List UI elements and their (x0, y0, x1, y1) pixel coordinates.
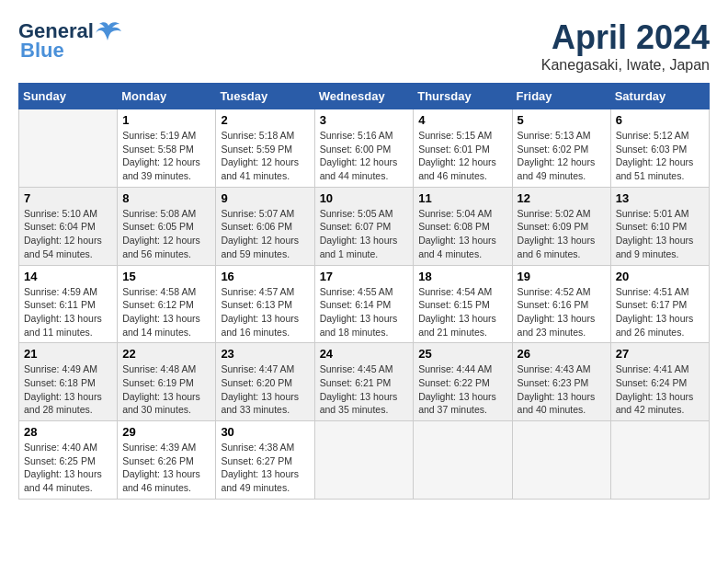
day-info: Sunrise: 4:47 AM Sunset: 6:20 PM Dayligh… (221, 362, 309, 417)
location-title: Kanegasaki, Iwate, Japan (541, 57, 710, 74)
calendar-table: Sunday Monday Tuesday Wednesday Thursday… (18, 83, 710, 500)
day-info: Sunrise: 4:40 AM Sunset: 6:25 PM Dayligh… (24, 441, 112, 495)
day-info: Sunrise: 5:02 AM Sunset: 6:09 PM Dayligh… (518, 207, 606, 261)
day-info: Sunrise: 5:08 AM Sunset: 6:05 PM Dayligh… (122, 207, 210, 261)
day-info: Sunrise: 4:48 AM Sunset: 6:19 PM Dayligh… (122, 362, 210, 417)
day-number: 27 (616, 347, 704, 361)
calendar-cell (19, 109, 118, 188)
calendar-cell: 11Sunrise: 5:04 AM Sunset: 6:08 PM Dayli… (414, 187, 512, 265)
day-info: Sunrise: 5:07 AM Sunset: 6:06 PM Dayligh… (221, 207, 309, 261)
day-info: Sunrise: 4:41 AM Sunset: 6:24 PM Dayligh… (616, 362, 704, 417)
day-info: Sunrise: 5:19 AM Sunset: 5:58 PM Dayligh… (122, 129, 210, 183)
calendar-cell (512, 421, 610, 500)
calendar-cell: 20Sunrise: 4:51 AM Sunset: 6:17 PM Dayli… (610, 265, 709, 343)
calendar-cell: 26Sunrise: 4:43 AM Sunset: 6:23 PM Dayli… (512, 343, 610, 421)
calendar-cell: 9Sunrise: 5:07 AM Sunset: 6:06 PM Daylig… (216, 187, 314, 265)
day-info: Sunrise: 5:10 AM Sunset: 6:04 PM Dayligh… (24, 207, 112, 261)
day-number: 10 (320, 191, 409, 205)
col-thursday: Thursday (414, 84, 512, 109)
day-info: Sunrise: 4:38 AM Sunset: 6:27 PM Dayligh… (221, 441, 309, 495)
calendar-cell: 29Sunrise: 4:39 AM Sunset: 6:26 PM Dayli… (118, 421, 216, 500)
calendar-cell: 17Sunrise: 4:55 AM Sunset: 6:14 PM Dayli… (314, 265, 414, 343)
day-number: 23 (221, 347, 309, 361)
logo-blue-text: Blue (20, 39, 64, 63)
calendar-cell: 8Sunrise: 5:08 AM Sunset: 6:05 PM Daylig… (118, 187, 216, 265)
calendar-cell: 22Sunrise: 4:48 AM Sunset: 6:19 PM Dayli… (118, 343, 216, 421)
day-number: 12 (518, 191, 606, 205)
day-number: 30 (221, 425, 309, 439)
day-info: Sunrise: 4:59 AM Sunset: 6:11 PM Dayligh… (24, 285, 112, 339)
title-section: April 2024 Kanegasaki, Iwate, Japan (541, 18, 710, 74)
day-info: Sunrise: 5:13 AM Sunset: 6:02 PM Dayligh… (518, 129, 606, 183)
day-number: 9 (221, 191, 309, 205)
day-info: Sunrise: 4:52 AM Sunset: 6:16 PM Dayligh… (518, 285, 606, 339)
day-info: Sunrise: 5:04 AM Sunset: 6:08 PM Dayligh… (418, 207, 506, 261)
col-wednesday: Wednesday (314, 84, 414, 109)
day-info: Sunrise: 4:45 AM Sunset: 6:21 PM Dayligh… (320, 362, 409, 417)
calendar-cell: 12Sunrise: 5:02 AM Sunset: 6:09 PM Dayli… (512, 187, 610, 265)
calendar-week-row: 7Sunrise: 5:10 AM Sunset: 6:04 PM Daylig… (19, 187, 710, 265)
calendar-cell: 6Sunrise: 5:12 AM Sunset: 6:03 PM Daylig… (610, 109, 709, 188)
col-tuesday: Tuesday (216, 84, 314, 109)
page-header: General Blue April 2024 Kanegasaki, Iwat… (18, 18, 710, 74)
month-title: April 2024 (541, 18, 710, 57)
calendar-cell: 24Sunrise: 4:45 AM Sunset: 6:21 PM Dayli… (314, 343, 414, 421)
calendar-cell (314, 421, 414, 500)
day-info: Sunrise: 4:54 AM Sunset: 6:15 PM Dayligh… (418, 285, 506, 339)
day-number: 14 (24, 270, 112, 283)
day-number: 13 (616, 191, 704, 205)
day-info: Sunrise: 5:15 AM Sunset: 6:01 PM Dayligh… (418, 129, 506, 183)
day-info: Sunrise: 4:58 AM Sunset: 6:12 PM Dayligh… (122, 285, 210, 339)
calendar-cell: 15Sunrise: 4:58 AM Sunset: 6:12 PM Dayli… (118, 265, 216, 343)
calendar-week-row: 28Sunrise: 4:40 AM Sunset: 6:25 PM Dayli… (19, 421, 710, 500)
day-number: 6 (616, 113, 704, 127)
day-info: Sunrise: 4:49 AM Sunset: 6:18 PM Dayligh… (24, 362, 112, 417)
day-info: Sunrise: 4:43 AM Sunset: 6:23 PM Dayligh… (518, 362, 606, 417)
calendar-cell: 19Sunrise: 4:52 AM Sunset: 6:16 PM Dayli… (512, 265, 610, 343)
calendar-cell: 30Sunrise: 4:38 AM Sunset: 6:27 PM Dayli… (216, 421, 314, 500)
day-number: 8 (122, 191, 210, 205)
calendar-cell: 2Sunrise: 5:18 AM Sunset: 5:59 PM Daylig… (216, 109, 314, 188)
col-saturday: Saturday (610, 84, 709, 109)
day-info: Sunrise: 4:51 AM Sunset: 6:17 PM Dayligh… (616, 285, 704, 339)
calendar-cell: 28Sunrise: 4:40 AM Sunset: 6:25 PM Dayli… (19, 421, 118, 500)
day-info: Sunrise: 4:57 AM Sunset: 6:13 PM Dayligh… (221, 285, 309, 339)
calendar-cell: 21Sunrise: 4:49 AM Sunset: 6:18 PM Dayli… (19, 343, 118, 421)
calendar-cell: 3Sunrise: 5:16 AM Sunset: 6:00 PM Daylig… (314, 109, 414, 188)
day-number: 29 (122, 425, 210, 439)
calendar-cell (414, 421, 512, 500)
day-number: 20 (616, 270, 704, 283)
day-info: Sunrise: 5:01 AM Sunset: 6:10 PM Dayligh… (616, 207, 704, 261)
day-number: 3 (320, 113, 409, 127)
day-number: 5 (518, 113, 606, 127)
calendar-cell: 5Sunrise: 5:13 AM Sunset: 6:02 PM Daylig… (512, 109, 610, 188)
day-number: 15 (122, 270, 210, 283)
calendar-week-row: 14Sunrise: 4:59 AM Sunset: 6:11 PM Dayli… (19, 265, 710, 343)
day-number: 24 (320, 347, 409, 361)
day-number: 1 (122, 113, 210, 127)
day-number: 22 (122, 347, 210, 361)
day-info: Sunrise: 5:18 AM Sunset: 5:59 PM Dayligh… (221, 129, 309, 183)
day-info: Sunrise: 4:44 AM Sunset: 6:22 PM Dayligh… (418, 362, 506, 417)
col-sunday: Sunday (19, 84, 118, 109)
day-number: 16 (221, 270, 309, 283)
calendar-cell: 14Sunrise: 4:59 AM Sunset: 6:11 PM Dayli… (19, 265, 118, 343)
logo: General Blue (18, 18, 121, 63)
logo-bird-icon (96, 18, 121, 44)
day-number: 17 (320, 270, 409, 283)
calendar-cell: 10Sunrise: 5:05 AM Sunset: 6:07 PM Dayli… (314, 187, 414, 265)
day-info: Sunrise: 4:39 AM Sunset: 6:26 PM Dayligh… (122, 441, 210, 495)
calendar-header-row: Sunday Monday Tuesday Wednesday Thursday… (19, 84, 710, 109)
calendar-cell (610, 421, 709, 500)
day-number: 19 (518, 270, 606, 283)
day-number: 25 (418, 347, 506, 361)
col-friday: Friday (512, 84, 610, 109)
calendar-cell: 4Sunrise: 5:15 AM Sunset: 6:01 PM Daylig… (414, 109, 512, 188)
day-number: 2 (221, 113, 309, 127)
calendar-week-row: 1Sunrise: 5:19 AM Sunset: 5:58 PM Daylig… (19, 109, 710, 188)
day-number: 18 (418, 270, 506, 283)
calendar-cell: 13Sunrise: 5:01 AM Sunset: 6:10 PM Dayli… (610, 187, 709, 265)
day-number: 4 (418, 113, 506, 127)
calendar-cell: 16Sunrise: 4:57 AM Sunset: 6:13 PM Dayli… (216, 265, 314, 343)
day-number: 28 (24, 425, 112, 439)
